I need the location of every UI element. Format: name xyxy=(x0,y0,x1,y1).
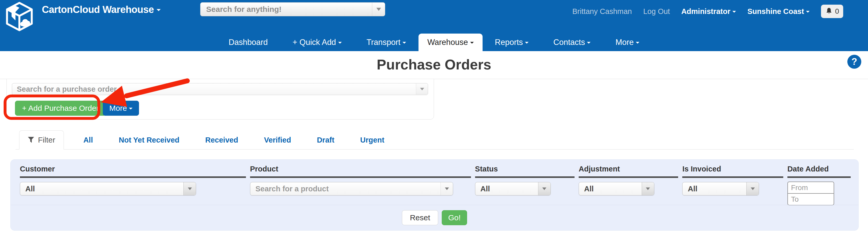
tab-verified[interactable]: Verified xyxy=(251,131,304,149)
global-search-placeholder: Search for anything! xyxy=(206,3,282,16)
brand-title[interactable]: CartonCloud Warehouse xyxy=(42,4,161,15)
filter-label-product: Product xyxy=(250,165,471,178)
nav-item-dashboard[interactable]: Dashboard xyxy=(216,34,280,51)
chevron-down-icon xyxy=(525,42,529,45)
date-from-input[interactable] xyxy=(787,181,834,194)
branch-menu[interactable]: Sunshine Coast xyxy=(747,7,810,16)
chevron-down-icon xyxy=(420,88,424,90)
chevron-down-icon xyxy=(338,42,342,45)
dropdown-arrow[interactable] xyxy=(538,182,551,195)
filter-col-status: Status All xyxy=(475,165,575,205)
chevron-down-icon xyxy=(751,188,755,190)
filter-label-status: Status xyxy=(475,165,575,178)
nav-item-warehouse[interactable]: Warehouse xyxy=(418,34,482,51)
chevron-down-icon xyxy=(587,42,591,45)
chevron-down-icon xyxy=(806,11,810,14)
is-invoiced-select[interactable]: All xyxy=(682,182,759,196)
dropdown-arrow[interactable] xyxy=(746,182,759,195)
product-search-combobox[interactable]: Search for a product xyxy=(250,182,454,196)
topbar-user-area: Brittany Cashman Log Out Administrator S… xyxy=(572,0,843,23)
app-root: CartonCloud Warehouse Search for anythin… xyxy=(0,0,868,235)
date-to-input[interactable] xyxy=(787,193,834,205)
filter-col-customer: Customer All xyxy=(20,165,246,205)
filter-col-adjustment: Adjustment All xyxy=(579,165,678,205)
chevron-down-icon xyxy=(445,188,449,190)
chevron-down-icon xyxy=(129,108,132,111)
notifications-button[interactable]: 0 xyxy=(821,5,843,18)
chevron-down-icon xyxy=(402,42,406,45)
filter-funnel-icon xyxy=(28,137,34,143)
chevron-down-icon xyxy=(188,188,192,190)
adjustment-select[interactable]: All xyxy=(579,182,654,196)
tab-draft[interactable]: Draft xyxy=(304,131,347,149)
logout-link[interactable]: Log Out xyxy=(643,7,670,16)
main-nav: Dashboard + Quick Add Transport Warehous… xyxy=(0,34,868,51)
purchase-order-search-placeholder: Search for a purchase order xyxy=(17,83,117,95)
dropdown-arrow[interactable] xyxy=(642,182,654,195)
notification-count: 0 xyxy=(835,7,839,15)
filter-label-is-invoiced: Is Invoiced xyxy=(682,165,783,178)
chevron-down-icon xyxy=(646,188,650,190)
topbar: CartonCloud Warehouse Search for anythin… xyxy=(0,0,868,51)
chevron-down-icon xyxy=(636,42,640,45)
status-tabs: Filter All Not Yet Received Received Ver… xyxy=(16,130,854,149)
filter-label-adjustment: Adjustment xyxy=(579,165,678,178)
filter-footer: Reset Go! xyxy=(10,205,859,230)
purchase-order-search-panel: Search for a purchase order + Add Purcha… xyxy=(6,79,434,120)
status-select[interactable]: All xyxy=(475,182,551,196)
nav-item-transport[interactable]: Transport xyxy=(354,34,419,51)
chevron-down-icon xyxy=(733,11,736,14)
tab-received[interactable]: Received xyxy=(192,131,251,149)
dropdown-arrow[interactable] xyxy=(183,182,196,195)
more-actions-button[interactable]: More xyxy=(103,101,139,116)
customer-select[interactable]: All xyxy=(20,182,196,196)
help-button[interactable]: ? xyxy=(847,55,861,69)
go-button[interactable]: Go! xyxy=(442,210,467,225)
dropdown-arrow[interactable] xyxy=(440,182,453,195)
nav-item-contacts[interactable]: Contacts xyxy=(541,34,603,51)
tab-not-yet-received[interactable]: Not Yet Received xyxy=(106,131,192,149)
chevron-down-icon xyxy=(157,9,161,13)
page-title: Purchase Orders xyxy=(0,51,868,78)
tab-all[interactable]: All xyxy=(70,131,106,149)
bell-icon xyxy=(825,7,833,15)
filter-panel: Customer All Product Search for a produc… xyxy=(10,159,859,231)
cartoncloud-logo xyxy=(3,0,36,33)
nav-item-reports[interactable]: Reports xyxy=(483,34,541,51)
filter-grid: Customer All Product Search for a produc… xyxy=(10,160,859,205)
filter-col-date-added: Date Added xyxy=(787,165,851,205)
nav-item-more[interactable]: More xyxy=(603,34,652,51)
chevron-down-icon xyxy=(376,8,381,11)
filter-label-date-added: Date Added xyxy=(787,165,851,178)
filter-col-is-invoiced: Is Invoiced All xyxy=(682,165,783,205)
tab-filter[interactable]: Filter xyxy=(19,130,64,149)
global-search-dropdown-arrow[interactable] xyxy=(372,3,385,16)
page-head: Purchase Orders ? xyxy=(0,51,868,79)
chevron-down-icon xyxy=(470,42,474,45)
brand-label: CartonCloud Warehouse xyxy=(42,4,154,15)
purchase-order-search-combobox[interactable]: Search for a purchase order xyxy=(12,83,428,95)
filter-col-product: Product Search for a product xyxy=(250,165,471,205)
role-menu[interactable]: Administrator xyxy=(681,7,736,16)
chevron-down-icon xyxy=(542,188,547,190)
tab-urgent[interactable]: Urgent xyxy=(347,131,397,149)
filter-label-customer: Customer xyxy=(20,165,246,178)
reset-button[interactable]: Reset xyxy=(402,210,438,225)
user-name: Brittany Cashman xyxy=(572,7,632,16)
purchase-order-search-dropdown-arrow[interactable] xyxy=(416,83,428,95)
global-search-combobox[interactable]: Search for anything! xyxy=(200,2,385,16)
add-purchase-order-button[interactable]: + Add Purchase Order xyxy=(15,101,106,116)
nav-item-quick-add[interactable]: + Quick Add xyxy=(280,34,354,51)
